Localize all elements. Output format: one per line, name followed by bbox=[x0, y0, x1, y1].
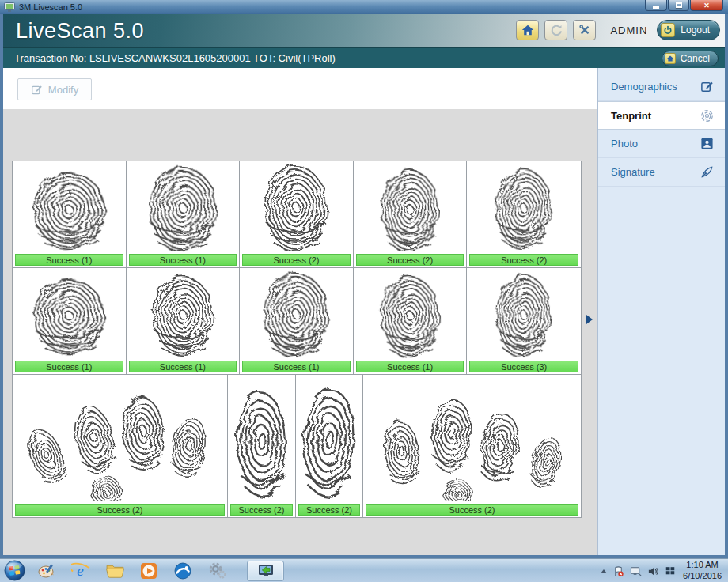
app-window: 3M Livescan 5.0 ✕ LiveScan 5.0 bbox=[0, 0, 728, 558]
tenprint-row-3: Success (2) Success (2) bbox=[13, 375, 581, 517]
user-label: ADMIN bbox=[610, 25, 647, 36]
sidebar-item-label: Demographics bbox=[611, 81, 677, 93]
photo-icon bbox=[700, 137, 714, 150]
paint-icon[interactable] bbox=[36, 561, 57, 581]
sidebar-item-label: Signature bbox=[611, 166, 655, 178]
fingerprint-cell[interactable]: Success (2) bbox=[354, 161, 468, 267]
taskbar-clock[interactable]: 1:10 AM 6/10/2016 bbox=[683, 560, 722, 582]
minimize-button[interactable] bbox=[645, 0, 667, 11]
fingerprint-cell[interactable]: Success (1) bbox=[127, 268, 241, 374]
capture-status-badge: Success (2) bbox=[366, 504, 578, 516]
livescan-task-icon bbox=[256, 561, 275, 580]
fingerprint-cell[interactable]: Success (1) bbox=[127, 161, 241, 267]
action-center-flag-icon[interactable] bbox=[612, 565, 624, 577]
logout-label: Logout bbox=[681, 25, 710, 36]
fingerprint-image bbox=[129, 270, 237, 358]
fingerprint-image bbox=[366, 377, 578, 501]
logout-button[interactable]: Logout bbox=[657, 20, 720, 40]
cancel-label: Cancel bbox=[681, 53, 710, 64]
fingerprint-cell[interactable]: Success (3) bbox=[467, 268, 581, 374]
capture-status-badge: Success (3) bbox=[469, 361, 578, 372]
fingerprint-cell-left-slap[interactable]: Success (2) bbox=[13, 375, 228, 517]
refresh-button[interactable] bbox=[544, 20, 567, 40]
cancel-button[interactable]: Cancel bbox=[662, 51, 719, 66]
fingerprint-image bbox=[467, 160, 582, 255]
system-tray: 1:10 AM 6/10/2016 bbox=[595, 559, 725, 582]
file-explorer-icon[interactable] bbox=[104, 561, 125, 581]
tenprint-grid: Success (1) Success (1) Success (2) bbox=[12, 161, 582, 518]
sidebar-item-signature[interactable]: Signature bbox=[598, 158, 725, 187]
close-button[interactable]: ✕ bbox=[690, 0, 723, 11]
media-player-icon[interactable] bbox=[138, 561, 159, 581]
tools-button[interactable] bbox=[573, 20, 596, 40]
volume-icon[interactable] bbox=[647, 565, 659, 577]
fingerprint-cell[interactable]: Success (1) bbox=[354, 268, 468, 374]
capture-status-badge: Success (1) bbox=[129, 361, 237, 372]
fingerprint-cell-right-thumb[interactable]: Success (2) bbox=[296, 375, 363, 517]
main-pane: Modify Success (1) bbox=[3, 68, 597, 555]
taskbar-active-livescan[interactable] bbox=[247, 561, 284, 581]
fingerprint-icon bbox=[700, 109, 714, 123]
fingerprint-cell[interactable]: Success (2) bbox=[467, 161, 581, 267]
settings-gears-icon[interactable] bbox=[207, 561, 227, 581]
window-frame: LiveScan 5.0 bbox=[0, 14, 728, 558]
title-bar: 3M Livescan 5.0 ✕ bbox=[0, 0, 728, 14]
edit-icon bbox=[31, 84, 43, 96]
capture-status-badge: Success (2) bbox=[230, 504, 293, 516]
fingerprint-cell[interactable]: Success (1) bbox=[13, 161, 127, 267]
sidebar-item-photo[interactable]: Photo bbox=[598, 130, 725, 158]
home-button[interactable] bbox=[516, 20, 539, 40]
fingerprint-image bbox=[230, 377, 293, 501]
capture-status-badge: Success (2) bbox=[298, 504, 360, 516]
fingerprint-image bbox=[13, 269, 124, 361]
desktop: 3M Livescan 5.0 ✕ LiveScan 5.0 bbox=[0, 0, 728, 582]
home-icon bbox=[665, 53, 676, 64]
start-orb[interactable] bbox=[4, 560, 25, 581]
display-status-icon[interactable] bbox=[630, 565, 642, 577]
window-layout-icon[interactable] bbox=[665, 565, 676, 576]
modify-button[interactable]: Modify bbox=[17, 78, 92, 100]
page-title: LiveScan 5.0 bbox=[3, 19, 144, 43]
tenprint-row-1: Success (1) Success (1) Success (2) bbox=[13, 161, 581, 268]
edit-icon bbox=[700, 80, 714, 93]
fingerprint-image bbox=[241, 269, 351, 361]
app-header: LiveScan 5.0 bbox=[3, 14, 725, 47]
sidebar-item-demographics[interactable]: Demographics bbox=[598, 73, 725, 101]
clock-time: 1:10 AM bbox=[683, 560, 722, 571]
capture-status-badge: Success (2) bbox=[15, 504, 225, 516]
fingerprint-cell[interactable]: Success (1) bbox=[240, 268, 354, 374]
sidebar-collapse-arrow-icon[interactable] bbox=[586, 315, 593, 324]
header-actions: ADMIN Logout bbox=[510, 20, 720, 40]
fingerprint-image bbox=[468, 267, 581, 361]
chevron-up-icon bbox=[601, 569, 607, 573]
capture-status-badge: Success (1) bbox=[15, 254, 123, 266]
transaction-bar: Transaction No: LSLIVESCANWKS02L16052000… bbox=[3, 47, 725, 68]
fingerprint-cell-left-thumb[interactable]: Success (2) bbox=[228, 375, 296, 517]
capture-status-badge: Success (1) bbox=[15, 361, 123, 372]
fingerprint-image bbox=[127, 162, 238, 254]
capture-status-badge: Success (1) bbox=[129, 254, 237, 266]
fingerprint-cell-right-slap[interactable]: Success (2) bbox=[363, 375, 581, 517]
hidden-icons-arrow[interactable] bbox=[601, 569, 607, 573]
fingerprint-image bbox=[242, 164, 351, 251]
refresh-icon bbox=[549, 23, 563, 37]
network-tool-icon[interactable] bbox=[173, 561, 193, 581]
sidebar-item-label: Tenprint bbox=[611, 110, 651, 122]
fingerprint-image bbox=[355, 270, 465, 359]
window-controls: ✕ bbox=[645, 0, 723, 11]
maximize-button[interactable] bbox=[668, 0, 689, 11]
minimize-icon bbox=[653, 6, 659, 9]
clock-date: 6/10/2016 bbox=[683, 571, 722, 582]
fingerprint-cell[interactable]: Success (1) bbox=[13, 268, 127, 374]
fingerprint-cell[interactable]: Success (2) bbox=[240, 161, 354, 267]
power-icon bbox=[661, 23, 675, 37]
taskbar: e bbox=[0, 558, 728, 582]
capture-status-badge: Success (2) bbox=[469, 254, 578, 266]
maximize-icon bbox=[676, 2, 682, 8]
capture-status-badge: Success (1) bbox=[242, 361, 351, 372]
sidebar-item-tenprint[interactable]: Tenprint bbox=[598, 101, 725, 130]
sidebar: Demographics Tenprint bbox=[597, 68, 725, 555]
transaction-text: Transaction No: LSLIVESCANWKS02L16052000… bbox=[3, 52, 336, 64]
toolbar-strip: Modify bbox=[3, 68, 597, 109]
internet-explorer-icon[interactable]: e bbox=[70, 561, 91, 581]
